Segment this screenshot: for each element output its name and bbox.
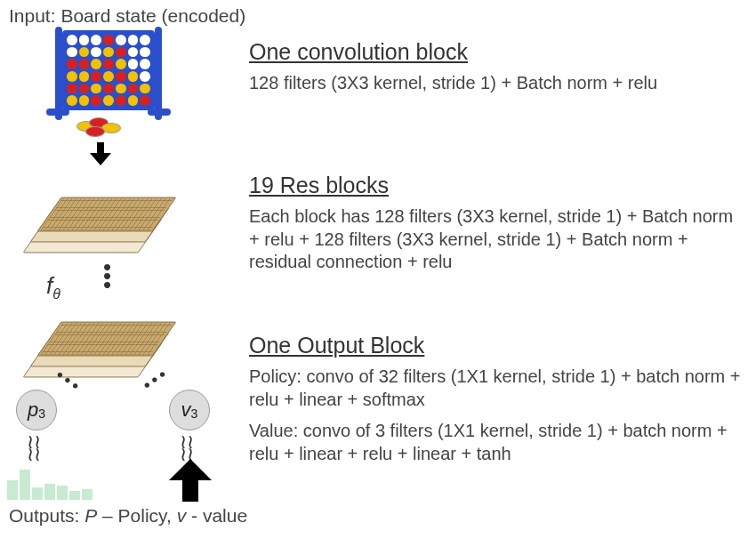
res-block-text: 19 Res blocks Each block has 128 filters…: [249, 173, 743, 274]
histogram-bar: [20, 470, 30, 500]
histogram-bar: [82, 489, 92, 500]
conv-block-body: 128 filters (3X3 kernel, stride 1) + Bat…: [249, 72, 743, 95]
value-node: v3: [169, 390, 210, 430]
diagram-root: Input: Board state (encoded) fθ ••• • • …: [0, 0, 756, 539]
arrow-down-icon: [93, 142, 108, 164]
histogram-bar: [57, 486, 68, 500]
output-block-value: Value: convo of 3 filters (1X1 kernel, s…: [249, 420, 743, 465]
res-block-body: Each block has 128 filters (3X3 kernel, …: [249, 205, 743, 274]
output-label: Outputs: P – Policy, v - value: [9, 505, 247, 527]
wavy-icon: ≀≀: [27, 443, 41, 466]
histogram-icon: [7, 464, 96, 500]
input-label: Input: Board state (encoded): [9, 5, 245, 27]
histogram-bar: [69, 491, 80, 500]
histogram-bar: [44, 484, 55, 500]
connect4-board-icon: [62, 30, 169, 119]
conv-block-title: One convolution block: [249, 39, 743, 65]
vertical-dots-icon: •••: [103, 263, 111, 290]
layer-stack-icon: [31, 169, 173, 258]
output-block-policy: Policy: convo of 32 filters (1X1 kernel,…: [249, 366, 743, 411]
output-block-text: One Output Block Policy: convo of 32 fil…: [249, 333, 743, 465]
output-block-title: One Output Block: [249, 333, 743, 358]
histogram-bar: [7, 480, 18, 500]
policy-node: p3: [16, 390, 57, 430]
res-block-title: 19 Res blocks: [249, 173, 743, 198]
conv-block-text: One convolution block 128 filters (3X3 k…: [249, 39, 743, 95]
histogram-bar: [32, 487, 43, 500]
